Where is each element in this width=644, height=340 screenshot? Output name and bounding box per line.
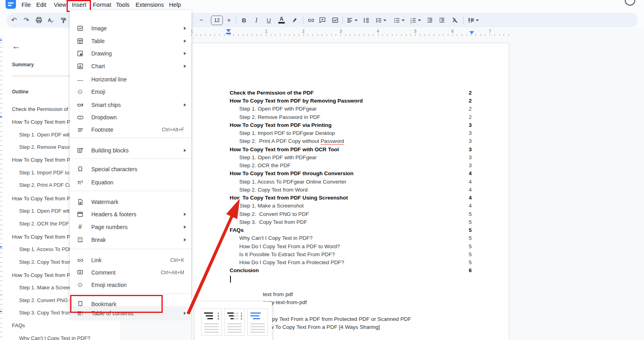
toc-entry[interactable]: Is It Possible To Extract Text From PDF? [239, 251, 335, 257]
line-spacing-button[interactable] [361, 13, 371, 28]
menu-item-footnote[interactable]: FootnoteCtrl+Alt+F [70, 123, 191, 136]
insert-image-button[interactable] [330, 13, 340, 28]
toc-entry[interactable]: How To Copy Text from PDF via Printing [230, 122, 331, 128]
body-text[interactable]: Copy Text From a PDF from Protected PDF … [265, 316, 411, 322]
bold-button[interactable]: B [239, 13, 249, 28]
input-tools-button[interactable] [465, 13, 481, 28]
toc-entry[interactable]: Step 2. Print A PDF Copy without Passwor… [239, 138, 344, 144]
toc-entry[interactable]: Step 3. Copy Text from PDF [239, 219, 307, 225]
menu-item-equation[interactable]: π² Equation [70, 176, 191, 189]
menu-item-emoji-reaction[interactable]: ☺ Emoji reaction [70, 279, 191, 291]
menu-item-horizontal-line[interactable]: — Horizontal line [70, 73, 191, 86]
toc-page-number: 3 [469, 154, 472, 160]
toc-page-number: 4 [469, 203, 472, 209]
docs-logo-icon[interactable] [6, 0, 16, 9]
body-text[interactable]: text from pdf [263, 291, 293, 297]
menu-item-link[interactable]: LinkCtrl+K [70, 254, 191, 267]
menu-format[interactable]: Format [93, 1, 111, 9]
toc-entry[interactable]: Check the Permission of the PDF [230, 90, 314, 96]
vertical-ruler-heading-mark [0, 246, 2, 247]
redo-button[interactable]: ↷ [21, 13, 32, 28]
submenu-arrow-icon [184, 40, 186, 43]
vertical-ruler-heading-mark [0, 116, 2, 117]
toc-style-dotted-numbers[interactable]: 1 2 3 [224, 308, 245, 336]
menu-item-smart-chips[interactable]: Smart chips [70, 99, 191, 111]
toc-page-number: 3 [469, 146, 472, 152]
text-color-button[interactable]: A [276, 13, 287, 28]
undo-button[interactable]: ↶ [9, 13, 19, 28]
font-size-decrease-button[interactable]: − [196, 13, 207, 28]
toc-entry[interactable]: How Do I Copy Text From a Protected PDF? [239, 259, 344, 265]
toc-entry[interactable]: How Do I Copy Text From a PDF to Word? [239, 243, 340, 249]
menu-item-chart[interactable]: Chart [70, 60, 191, 73]
menu-tools[interactable]: Tools [116, 1, 130, 9]
italic-button[interactable]: I [251, 13, 262, 28]
menu-item-headers-footers[interactable]: Headers & footers [70, 208, 191, 221]
toc-entry[interactable]: How To Copy Text from PDF with OCR Tool [230, 146, 339, 152]
menu-divider [70, 249, 191, 249]
toc-entry[interactable]: Step 1. Open PDF with PDFgear [239, 106, 317, 112]
underline-button[interactable]: U [264, 13, 274, 28]
outline-item[interactable]: FAQs [12, 322, 120, 328]
toc-entry[interactable]: How To Copy Text from PDF by Removing Pa… [230, 98, 363, 104]
font-size-input[interactable]: 12 [211, 16, 223, 25]
left-indent-marker[interactable] [226, 29, 231, 34]
toc-entry[interactable]: Step 2. Convert PNG to PDF [239, 211, 309, 217]
toc-entry[interactable]: How To Copy Text from PDF Using Screensh… [230, 195, 348, 201]
account-avatar[interactable] [625, 0, 635, 6]
menu-file[interactable]: File [22, 1, 31, 9]
menu-edit[interactable]: Edit [36, 1, 46, 9]
paint-format-button[interactable] [58, 13, 69, 28]
menu-item-watermark[interactable]: Watermark [70, 196, 191, 208]
toc-entry[interactable]: Step 1. Import PDF to PDFgear Desktop [239, 130, 335, 136]
right-indent-marker[interactable] [469, 31, 474, 34]
text-cursor [230, 276, 231, 283]
bulleted-list-button[interactable] [392, 13, 407, 28]
body-text[interactable]: ow To Copy Text From a PDF [4 Ways Shari… [267, 324, 380, 330]
outline-item[interactable]: Why Can't I Copy Text in PDF? [19, 335, 120, 340]
toc-entry[interactable]: Step 1. Make a Screenshot [239, 203, 304, 209]
numbered-list-button[interactable]: 123 [408, 13, 423, 28]
toc-entry[interactable]: Step 2. OCR the PDF [239, 162, 291, 168]
toc-page-number: 2 [469, 106, 472, 112]
highlight-color-button[interactable] [289, 13, 299, 28]
align-button[interactable] [345, 13, 360, 28]
menu-item-dropdown[interactable]: Dropdown [70, 111, 191, 124]
toc-entry[interactable]: Why Can't I Copy Text in PDF? [239, 235, 313, 241]
menu-item-drawing[interactable]: Drawing [70, 47, 191, 60]
menu-item-special-characters[interactable]: Ω Special characters [70, 163, 191, 176]
toc-entry[interactable]: Step 2. Remove Password in PDF [239, 114, 320, 120]
toc-entry[interactable]: Step 2. Copy Text from Word [239, 187, 307, 193]
menu-item-page-numbers[interactable]: # Page numbers [70, 221, 191, 233]
decrease-indent-button[interactable] [425, 13, 435, 28]
spellcheck-button[interactable]: A✓ [46, 13, 56, 28]
menu-item-emoji[interactable]: ☺ Emoji [70, 85, 191, 98]
toc-page-number: 5 [469, 259, 472, 265]
toc-entry[interactable]: Step 1. Access To PDFgear Online Convert… [239, 179, 346, 185]
toc-entry[interactable]: Step 1. Open PDF with PDFgear [239, 154, 317, 160]
document-page[interactable]: Check the Permission of the PDF2 How To … [191, 43, 509, 340]
menu-view[interactable]: View [54, 1, 66, 9]
font-size-increase-button[interactable]: + [224, 13, 234, 28]
clear-formatting-button[interactable]: A [449, 13, 460, 28]
menu-item-break[interactable]: Break [70, 233, 191, 246]
insert-link-button[interactable] [306, 13, 316, 28]
menu-item-building-blocks[interactable]: Building blocks [70, 144, 191, 157]
toc-entry[interactable]: FAQs [230, 227, 244, 233]
outline-label: Outline [12, 89, 28, 95]
toc-entry[interactable]: Conclusion [230, 267, 259, 273]
menu-help[interactable]: Help [169, 1, 181, 9]
add-comment-button[interactable] [317, 13, 327, 28]
checklist-button[interactable] [373, 13, 388, 28]
menu-item-table[interactable]: Table [70, 35, 191, 47]
toc-style-blue-links[interactable] [247, 308, 268, 336]
menu-item-image[interactable]: Image [70, 22, 191, 35]
increase-indent-button[interactable] [437, 13, 447, 28]
menu-item-comment[interactable]: CommentCtrl+Alt+M [70, 266, 191, 279]
toc-style-plain-numbers[interactable]: 1 2 3 [201, 308, 222, 336]
menu-extensions[interactable]: Extensions [136, 1, 164, 9]
close-outline-icon[interactable]: ← [12, 41, 21, 51]
toc-page-number: 2 [469, 90, 472, 96]
toc-entry[interactable]: How To Copy Text from PDF through Conver… [230, 170, 353, 176]
print-button[interactable] [33, 13, 44, 28]
